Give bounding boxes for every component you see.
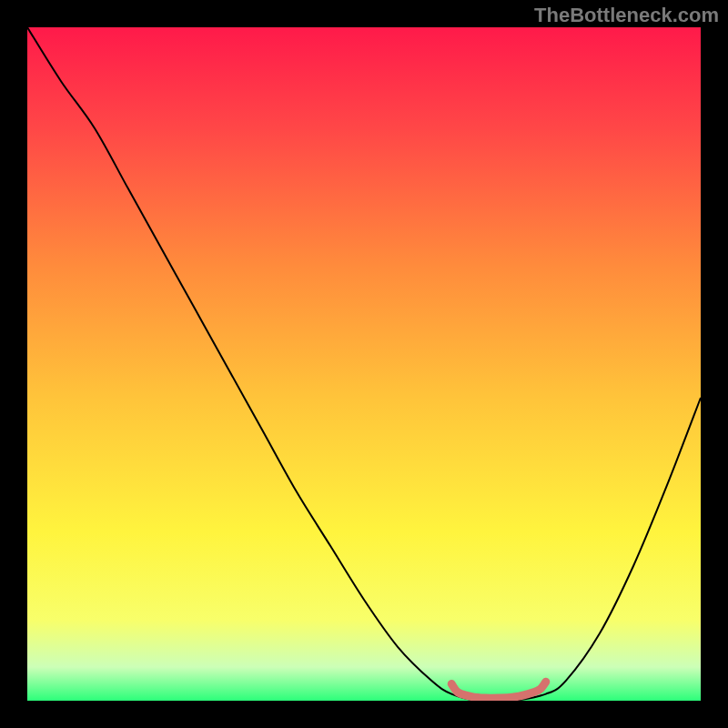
plot-area xyxy=(27,27,701,701)
attribution-text: TheBottleneck.com xyxy=(534,4,719,27)
chart-svg xyxy=(27,27,701,701)
chart-frame: TheBottleneck.com xyxy=(0,0,728,728)
